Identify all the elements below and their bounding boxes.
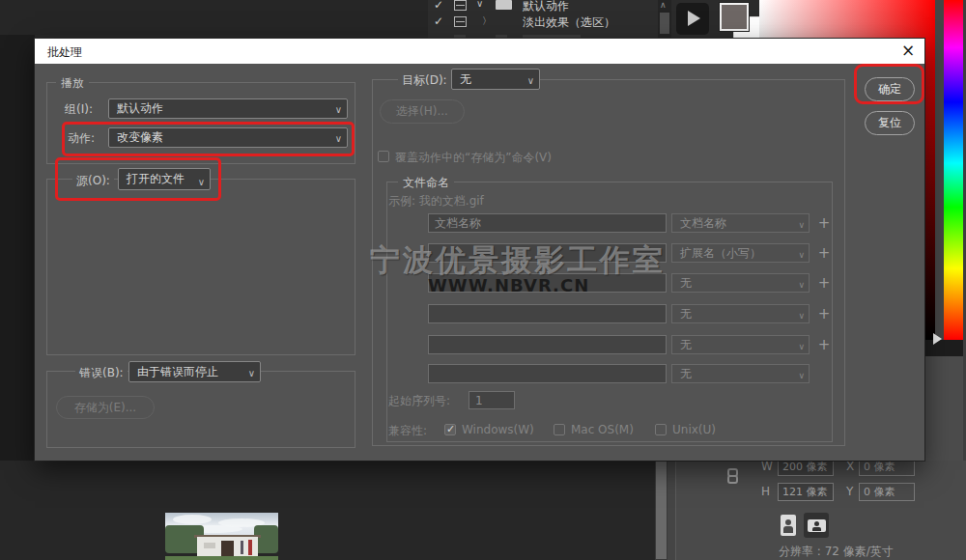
naming-select-4[interactable]: 无∨ bbox=[671, 304, 810, 323]
close-icon[interactable]: × bbox=[901, 41, 915, 60]
source-group bbox=[46, 179, 355, 355]
picker-bottom-band bbox=[924, 340, 966, 356]
hue-slider-marker[interactable] bbox=[933, 333, 942, 345]
actions-row-fade-effect[interactable]: ✓ 〉 淡出效果（选区） bbox=[428, 14, 658, 30]
serial-number-label: 起始序列号: bbox=[388, 393, 450, 409]
actions-panel: ✓ ∨ 默认动作 ✓ 〉 淡出效果（选区） bbox=[428, 0, 658, 39]
play-button[interactable] bbox=[676, 3, 709, 35]
link-dimensions-icon[interactable] bbox=[727, 468, 738, 484]
dialog-title: 批处理 bbox=[47, 44, 82, 61]
photoshop-window: ✓ ∨ 默认动作 ✓ 〉 淡出效果（选区） ∧ bbox=[0, 0, 966, 560]
x-label: X bbox=[846, 460, 854, 473]
chevron-down-icon: ∨ bbox=[798, 276, 805, 293]
naming-input-1[interactable]: 文档名称 bbox=[428, 213, 667, 233]
override-save-as-label: 覆盖动作中的“存储为”命令(V) bbox=[395, 150, 552, 166]
naming-select-2[interactable]: 扩展名（小写）∨ bbox=[671, 243, 810, 263]
check-icon: ✓ bbox=[434, 0, 443, 12]
choose-button[interactable]: 选择(H)... bbox=[380, 99, 465, 124]
naming-select-5[interactable]: 无∨ bbox=[671, 335, 810, 354]
compat-macos-checkbox[interactable] bbox=[554, 424, 565, 435]
foreground-color-swatch[interactable] bbox=[720, 3, 749, 31]
height-field[interactable]: 121 像素 bbox=[778, 483, 834, 501]
top-canvas-strip bbox=[0, 0, 428, 35]
orientation-landscape-button[interactable] bbox=[804, 513, 829, 538]
naming-select-3[interactable]: 无∨ bbox=[671, 273, 810, 293]
error-label: 错误(B): bbox=[75, 365, 128, 381]
annotation-box-ok bbox=[854, 64, 924, 104]
actions-row-default-set[interactable]: ✓ ∨ 默认动作 bbox=[428, 0, 658, 14]
add-naming-token-button[interactable]: + bbox=[817, 273, 831, 293]
set-label: 组(I): bbox=[65, 101, 93, 118]
watermark-url-text: WWW.NBVR.CN bbox=[428, 275, 589, 295]
chevron-right-icon[interactable]: 〉 bbox=[482, 14, 492, 28]
compat-windows-checkbox[interactable] bbox=[444, 424, 456, 435]
chevron-down-icon: ∨ bbox=[527, 71, 534, 91]
dialog-toggle-icon[interactable] bbox=[454, 0, 467, 11]
document-image-house bbox=[165, 513, 278, 560]
chevron-down-icon: ∨ bbox=[798, 338, 805, 354]
destination-dropdown[interactable]: 无 ∨ bbox=[451, 69, 540, 90]
naming-select-1[interactable]: 文档名称∨ bbox=[671, 213, 810, 233]
properties-panel: W 200 像素 X 0 像素 H 121 像素 Y 0 像素 分辨率 : 72… bbox=[676, 461, 966, 560]
override-save-as-checkbox[interactable] bbox=[378, 151, 389, 162]
action-item-label[interactable]: 淡出效果（选区） bbox=[523, 14, 615, 31]
resolution-text: 分辨率 : 72 像素/英寸 bbox=[779, 544, 894, 560]
chevron-down-icon[interactable]: ∨ bbox=[476, 0, 483, 9]
scrollbar-thumb[interactable] bbox=[656, 462, 667, 559]
chevron-down-icon: ∨ bbox=[248, 364, 255, 383]
dialog-titlebar[interactable]: 批处理 × bbox=[35, 39, 924, 64]
color-picker-gap bbox=[935, 0, 944, 340]
actions-toolbar bbox=[671, 0, 716, 39]
add-naming-token-button[interactable]: + bbox=[817, 243, 831, 263]
chevron-down-icon: ∨ bbox=[798, 216, 805, 233]
check-icon: ✓ bbox=[434, 14, 443, 28]
annotation-box-source bbox=[55, 157, 221, 201]
naming-input-5[interactable] bbox=[428, 335, 667, 354]
compat-windows-label: Windows(W) bbox=[462, 423, 534, 436]
chevron-down-icon: ∨ bbox=[335, 100, 342, 119]
file-naming-example: 示例: 我的文档.gif bbox=[388, 193, 484, 210]
chevron-down-icon: ∨ bbox=[798, 367, 805, 383]
add-naming-token-button[interactable]: + bbox=[817, 335, 831, 354]
file-naming-legend: 文件命名 bbox=[398, 175, 454, 191]
chevron-down-icon: ∨ bbox=[798, 307, 805, 323]
dialog-toggle-icon[interactable] bbox=[454, 16, 467, 27]
orientation-portrait-button[interactable] bbox=[781, 515, 796, 536]
scroll-up-icon[interactable]: ∧ bbox=[660, 0, 667, 10]
play-icon bbox=[688, 11, 700, 26]
color-swatch-control bbox=[716, 0, 759, 39]
destination-label: 目标(D): bbox=[398, 72, 451, 89]
set-dropdown[interactable]: 默认动作 ∨ bbox=[108, 98, 348, 119]
y-label: Y bbox=[846, 485, 853, 498]
hue-slider-bar[interactable] bbox=[944, 0, 963, 340]
naming-input-4[interactable] bbox=[428, 304, 667, 323]
compat-macos-label: Mac OS(M) bbox=[571, 423, 634, 436]
play-group-legend: 播放 bbox=[56, 75, 89, 92]
canvas-scrollbar[interactable] bbox=[655, 461, 668, 560]
compatibility-label: 兼容性: bbox=[388, 423, 427, 439]
add-naming-token-button[interactable]: + bbox=[817, 304, 831, 323]
compat-unix-label: Unix(U) bbox=[672, 423, 716, 436]
height-label: H bbox=[761, 485, 770, 498]
width-label: W bbox=[761, 460, 773, 473]
save-as-button[interactable]: 存储为(E)... bbox=[56, 396, 155, 419]
right-panel-upper bbox=[924, 356, 966, 462]
naming-input-6[interactable] bbox=[428, 364, 667, 383]
chevron-down-icon: ∨ bbox=[798, 246, 805, 263]
folder-icon bbox=[496, 0, 512, 10]
reset-button[interactable]: 复位 bbox=[865, 111, 915, 135]
serial-number-input[interactable]: 1 bbox=[469, 391, 515, 409]
add-naming-token-button[interactable]: + bbox=[817, 213, 831, 233]
panel-divider[interactable] bbox=[668, 461, 676, 560]
naming-select-6[interactable]: 无∨ bbox=[671, 364, 810, 383]
error-dropdown[interactable]: 由于错误而停止 ∨ bbox=[128, 361, 261, 382]
document-canvas bbox=[0, 461, 676, 560]
annotation-box-action bbox=[62, 122, 355, 156]
compat-unix-checkbox[interactable] bbox=[655, 424, 667, 435]
actions-scrollbar[interactable]: ∧ bbox=[658, 0, 671, 39]
y-field[interactable]: 0 像素 bbox=[859, 483, 915, 501]
scrollbar-thumb[interactable] bbox=[660, 13, 669, 34]
action-set-label[interactable]: 默认动作 bbox=[523, 0, 569, 14]
